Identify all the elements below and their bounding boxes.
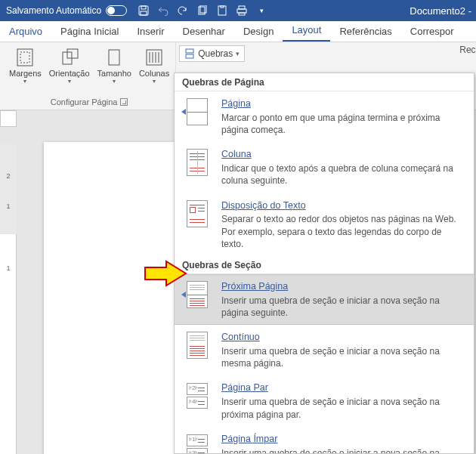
redo-icon[interactable] [177,5,189,17]
svg-rect-10 [17,49,32,66]
group-caption: Configurar Página [51,97,118,107]
menu-item-title: Coluna [221,148,466,161]
menu-header-section-breaks: Quebras de Seção [175,256,474,274]
menu-item-desc: Inserir uma quebra de seção e iniciar a … [221,397,440,419]
autosave-label: Salvamento Automático [6,5,101,16]
ruler-tick: 2 [2,172,15,180]
orientation-icon [57,47,82,68]
orientation-button[interactable]: Orientação ▾ [46,45,93,86]
chevron-down-icon: ▾ [153,78,156,85]
svg-rect-11 [20,52,29,63]
size-icon [102,47,126,68]
section-break-next-page[interactable]: Próxima Página Inserir uma quebra de seç… [175,274,474,325]
odd-page-section-icon: ⊧1⊧ ⊧3⊧ [182,433,212,454]
menu-item-title: Próxima Página [221,280,466,293]
menu-item-desc: Indicar que o texto após a quebra de col… [221,163,453,186]
continuous-section-icon [182,331,212,360]
ribbon-tabs: Arquivo Página Inicial Inserir Desenhar … [0,21,476,42]
page-setup-group-label: Configurar Página [48,96,131,108]
svg-rect-14 [109,50,119,65]
svg-rect-15 [147,50,162,65]
svg-rect-7 [239,6,245,9]
qat-caret-icon[interactable]: ▾ [255,5,267,17]
break-column[interactable]: Coluna Indicar que o texto após a quebra… [175,142,474,193]
chevron-down-icon: ▾ [236,50,240,57]
tab-layout[interactable]: Layout [283,20,330,42]
menu-item-title: Página [221,97,466,110]
columns-icon [142,47,166,68]
breaks-button[interactable]: Quebras ▾ [179,45,245,62]
tab-design[interactable]: Design [234,21,283,42]
save-icon[interactable] [138,5,150,17]
dialog-launcher-icon[interactable] [120,98,128,106]
tab-mail[interactable]: Correspor [401,21,463,42]
size-label: Tamanho [97,69,131,78]
ruler-corner [0,110,17,127]
svg-rect-9 [239,13,245,15]
chevron-down-icon: ▾ [23,78,26,85]
menu-header-page-breaks: Quebras de Página [175,73,474,91]
menu-item-desc: Inserir uma quebra de seção e iniciar a … [221,295,440,318]
section-break-odd-page[interactable]: ⊧1⊧ ⊧3⊧ Página Ímpar Inserir uma quebra … [175,427,474,454]
title-bar: Salvamento Automático ▾ Documento2 - [0,0,476,21]
breaks-menu: Quebras de Página Página Marcar o ponto … [174,73,474,454]
toggle-icon [106,5,127,16]
page-break-icon [182,97,212,126]
even-page-section-icon: ⊧2⊧ ⊧4⊧ [182,381,212,410]
margins-icon [13,47,37,68]
menu-item-desc: Separar o texto ao redor dos objetos nas… [221,214,456,249]
break-text-wrapping[interactable]: Disposição do Texto Separar o texto ao r… [175,193,474,256]
text-wrap-break-icon [182,199,212,228]
menu-item-desc: Inserir uma quebra de seção e iniciar a … [221,346,440,369]
ruler-tick: 1 [2,264,15,272]
svg-rect-2 [141,11,147,15]
menu-item-desc: Marcar o ponto em que uma página termina… [221,113,440,135]
chevron-down-icon: ▾ [68,78,71,85]
margins-button[interactable]: Margens ▾ [6,45,45,86]
break-page[interactable]: Página Marcar o ponto em que uma página … [175,91,474,142]
chevron-down-icon: ▾ [113,78,116,85]
document-title: Documento2 - [272,5,476,17]
menu-item-title: Página Ímpar [221,433,466,446]
column-break-icon [182,148,212,177]
tab-references[interactable]: Referências [330,21,400,42]
tab-file[interactable]: Arquivo [0,21,51,42]
svg-rect-8 [237,9,246,13]
svg-rect-20 [186,49,193,53]
paste-icon[interactable] [216,5,228,17]
svg-rect-13 [67,49,78,58]
menu-item-desc: Inserir uma quebra de seção e iniciar a … [221,448,440,454]
orientation-label: Orientação [49,69,90,78]
menu-item-title: Página Par [221,381,466,394]
vertical-ruler: 2 1 1 [0,144,17,454]
page[interactable] [44,142,195,454]
size-button[interactable]: Tamanho ▾ [94,45,134,86]
svg-marker-22 [145,261,186,286]
breaks-label: Quebras [198,48,233,59]
quickprint-icon[interactable] [236,5,248,17]
autosave-toggle[interactable]: Salvamento Automático [0,5,133,16]
tab-insert[interactable]: Inserir [128,21,173,42]
menu-item-title: Contínuo [221,331,466,344]
callout-arrow-icon [144,260,189,287]
ruler-tick: 1 [2,202,15,210]
tab-home[interactable]: Página Inicial [51,21,128,42]
quick-access-toolbar: ▾ [133,5,272,17]
menu-item-title: Disposição do Texto [221,199,466,212]
undo-icon[interactable] [157,5,169,17]
svg-rect-21 [186,54,193,58]
section-break-even-page[interactable]: ⊧2⊧ ⊧4⊧ Página Par Inserir uma quebra de… [175,375,474,426]
margins-label: Margens [9,69,42,78]
indent-group-label: Recuar [459,45,476,55]
columns-label: Colunas [139,69,169,78]
section-break-continuous[interactable]: Contínuo Inserir uma quebra de seção e i… [175,325,474,375]
tab-draw[interactable]: Desenhar [174,21,234,42]
page-setup-group: Margens ▾ Orientação ▾ Tamanho ▾ Colunas… [0,42,176,110]
undo-history-icon[interactable] [196,5,209,17]
svg-rect-1 [141,6,146,9]
columns-button[interactable]: Colunas ▾ [136,45,172,86]
